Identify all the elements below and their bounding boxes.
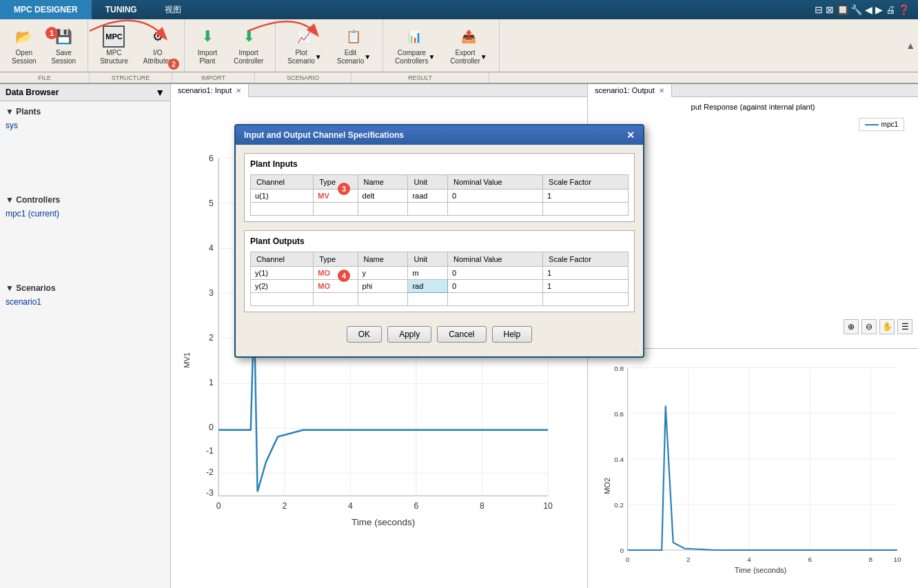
modal-resize-handle[interactable]: ⋱ bbox=[633, 347, 643, 356]
col-unit-input: Unit bbox=[408, 175, 448, 190]
input-name-1[interactable]: delt bbox=[358, 190, 408, 203]
plant-outputs-title: Plant Outputs bbox=[250, 236, 629, 246]
output-nominal-1[interactable]: 0 bbox=[447, 267, 542, 280]
output-empty-4 bbox=[408, 293, 448, 306]
output-type-1: MO bbox=[314, 267, 358, 280]
output-row-1: y(1) MO y m 0 1 bbox=[251, 267, 629, 280]
input-empty-4 bbox=[408, 203, 448, 216]
modal-overlay: Input and Output Channel Specifications … bbox=[0, 0, 918, 588]
output-name-1[interactable]: y bbox=[358, 267, 408, 280]
col-scale-input: Scale Factor bbox=[543, 175, 629, 190]
input-unit-1[interactable]: raad bbox=[408, 190, 448, 203]
output-row-2: y(2) MO phi rad 0 1 bbox=[251, 280, 629, 293]
input-nominal-1[interactable]: 0 bbox=[447, 190, 542, 203]
modal-body: Plant Inputs Channel Type Name Unit Nomi… bbox=[236, 145, 643, 356]
plant-inputs-title: Plant Inputs bbox=[250, 159, 629, 169]
col-scale-output: Scale Factor bbox=[543, 252, 629, 267]
output-unit-1[interactable]: m bbox=[408, 267, 448, 280]
input-empty-1 bbox=[251, 203, 314, 216]
io-channel-modal: Input and Output Channel Specifications … bbox=[234, 124, 644, 358]
input-channel-1: u(1) bbox=[251, 190, 314, 203]
plant-inputs-section: Plant Inputs Channel Type Name Unit Nomi… bbox=[244, 153, 635, 222]
input-row-1: u(1) MV delt raad 0 1 bbox=[251, 190, 629, 203]
apply-button[interactable]: Apply bbox=[387, 326, 431, 343]
output-channel-2: y(2) bbox=[251, 280, 314, 293]
output-scale-1[interactable]: 1 bbox=[543, 267, 629, 280]
plant-outputs-table: Channel Type Name Unit Nominal Value Sca… bbox=[250, 252, 629, 306]
output-empty-6 bbox=[543, 293, 629, 306]
output-name-2[interactable]: phi bbox=[358, 280, 408, 293]
input-empty-6 bbox=[543, 203, 629, 216]
output-nominal-2[interactable]: 0 bbox=[447, 280, 542, 293]
col-type-input: Type bbox=[314, 175, 358, 190]
output-type-2: MO bbox=[314, 280, 358, 293]
input-type-1: MV bbox=[314, 190, 358, 203]
col-unit-output: Unit bbox=[408, 252, 448, 267]
col-type-output: Type bbox=[314, 252, 358, 267]
cancel-button[interactable]: Cancel bbox=[437, 326, 486, 343]
output-row-empty bbox=[251, 293, 629, 306]
plant-inputs-table: Channel Type Name Unit Nominal Value Sca… bbox=[250, 174, 629, 216]
input-scale-1[interactable]: 1 bbox=[543, 190, 629, 203]
plant-outputs-section: Plant Outputs Channel Type Name Unit Nom… bbox=[244, 230, 635, 312]
col-channel-input: Channel bbox=[251, 175, 314, 190]
modal-title-text: Input and Output Channel Specifications bbox=[244, 130, 404, 140]
input-empty-3 bbox=[358, 203, 408, 216]
col-nominal-input: Nominal Value bbox=[447, 175, 542, 190]
modal-footer: OK Apply Cancel Help bbox=[244, 321, 635, 348]
output-empty-3 bbox=[358, 293, 408, 306]
help-button[interactable]: Help bbox=[492, 326, 533, 343]
col-name-output: Name bbox=[358, 252, 408, 267]
output-scale-2[interactable]: 1 bbox=[543, 280, 629, 293]
modal-close-button[interactable]: ✕ bbox=[626, 130, 635, 141]
input-row-empty bbox=[251, 203, 629, 216]
input-empty-2 bbox=[314, 203, 358, 216]
col-name-input: Name bbox=[358, 175, 408, 190]
modal-title-bar: Input and Output Channel Specifications … bbox=[236, 125, 643, 145]
output-empty-5 bbox=[447, 293, 542, 306]
output-empty-2 bbox=[314, 293, 358, 306]
col-nominal-output: Nominal Value bbox=[447, 252, 542, 267]
ok-button[interactable]: OK bbox=[347, 326, 382, 343]
col-channel-output: Channel bbox=[251, 252, 314, 267]
output-unit-2[interactable]: rad bbox=[408, 280, 448, 293]
output-empty-1 bbox=[251, 293, 314, 306]
input-empty-5 bbox=[447, 203, 542, 216]
output-channel-1: y(1) bbox=[251, 267, 314, 280]
